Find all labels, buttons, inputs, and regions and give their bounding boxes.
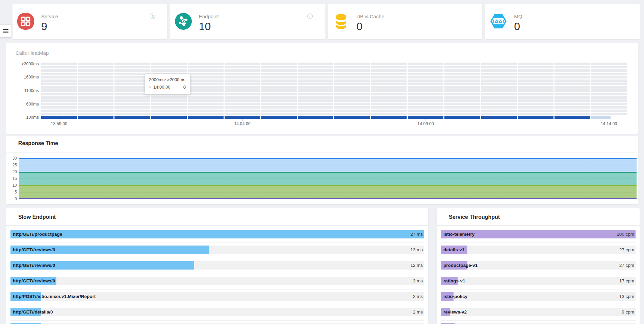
heatmap-cell[interactable] xyxy=(518,113,553,116)
heatmap-cell[interactable] xyxy=(591,103,627,106)
heatmap-cell[interactable] xyxy=(555,76,590,79)
heatmap-cell[interactable] xyxy=(78,66,114,69)
heatmap-cell[interactable] xyxy=(41,83,77,85)
heatmap-grid[interactable] xyxy=(41,63,629,119)
heatmap-cell[interactable] xyxy=(444,106,480,109)
heatmap-cell[interactable] xyxy=(78,116,114,119)
heatmap-cell[interactable] xyxy=(481,99,517,102)
heatmap-cell[interactable] xyxy=(225,96,260,99)
heatmap-cell[interactable] xyxy=(334,110,370,112)
heatmap-cell[interactable] xyxy=(408,79,444,82)
heatmap-cell[interactable] xyxy=(555,69,590,72)
heatmap-cell[interactable] xyxy=(518,116,553,119)
heatmap-cell[interactable] xyxy=(334,89,370,92)
heatmap-cell[interactable] xyxy=(188,69,224,72)
heatmap-cell[interactable] xyxy=(225,69,260,72)
heatmap-cell[interactable] xyxy=(555,86,590,89)
heatmap-cell[interactable] xyxy=(114,106,150,109)
heatmap-cell[interactable] xyxy=(298,83,334,85)
heatmap-cell[interactable] xyxy=(188,76,224,79)
heatmap-cell[interactable] xyxy=(518,83,553,85)
heatmap-cell[interactable] xyxy=(481,113,517,116)
throughput-row[interactable]: istio-telemetry200 cpm xyxy=(441,230,636,246)
heatmap-cell[interactable] xyxy=(371,116,407,119)
heatmap-cell[interactable] xyxy=(518,103,553,106)
heatmap-cell[interactable] xyxy=(225,103,260,106)
heatmap-cell[interactable] xyxy=(41,63,77,65)
heatmap-cell[interactable] xyxy=(408,76,444,79)
heatmap-cell[interactable] xyxy=(334,66,370,69)
heatmap-cell[interactable] xyxy=(114,103,150,106)
heatmap-cell[interactable] xyxy=(261,66,297,69)
heatmap-cell[interactable] xyxy=(188,73,224,75)
heatmap-cell[interactable] xyxy=(334,99,370,102)
heatmap-cell[interactable] xyxy=(114,63,150,65)
heatmap-cell[interactable] xyxy=(261,96,297,99)
heatmap-cell[interactable] xyxy=(591,113,627,116)
heatmap-cell[interactable] xyxy=(261,89,297,92)
heatmap-cell[interactable] xyxy=(518,76,553,79)
heatmap-cell[interactable] xyxy=(371,63,407,65)
heatmap-cell[interactable] xyxy=(225,86,260,89)
heatmap-cell[interactable] xyxy=(114,99,150,102)
heatmap-cell[interactable] xyxy=(41,73,77,75)
heatmap-cell[interactable] xyxy=(555,79,590,82)
heatmap-cell[interactable] xyxy=(78,110,114,112)
heatmap-cell[interactable] xyxy=(114,110,150,112)
heatmap-cell[interactable] xyxy=(261,116,297,119)
heatmap-cell[interactable] xyxy=(518,63,553,65)
heatmap-cell[interactable] xyxy=(555,73,590,75)
heatmap-cell[interactable] xyxy=(334,83,370,85)
heatmap-cell[interactable] xyxy=(334,63,370,65)
heatmap-cell[interactable] xyxy=(225,83,260,85)
info-icon[interactable]: i xyxy=(150,14,155,19)
heatmap-cell[interactable] xyxy=(444,113,480,116)
heatmap-cell[interactable] xyxy=(334,76,370,79)
heatmap-cell[interactable] xyxy=(225,116,260,119)
heatmap-cell[interactable] xyxy=(444,116,480,119)
heatmap-cell[interactable] xyxy=(78,73,114,75)
heatmap-cell[interactable] xyxy=(225,110,260,112)
heatmap-cell[interactable] xyxy=(408,69,444,72)
heatmap-cell[interactable] xyxy=(591,73,627,75)
heatmap-cell[interactable] xyxy=(298,93,334,95)
heatmap-cell[interactable] xyxy=(188,113,224,116)
heatmap-cell[interactable] xyxy=(188,63,224,65)
heatmap-cell[interactable] xyxy=(371,79,407,82)
heatmap-cell[interactable] xyxy=(591,66,627,69)
heatmap-cell[interactable] xyxy=(114,66,150,69)
heatmap-cell[interactable] xyxy=(298,103,334,106)
heatmap-cell[interactable] xyxy=(151,96,187,99)
heatmap-cell[interactable] xyxy=(261,83,297,85)
heatmap-cell[interactable] xyxy=(371,73,407,75)
heatmap-cell[interactable] xyxy=(188,83,224,85)
heatmap-cell[interactable] xyxy=(444,110,480,112)
heatmap-cell[interactable] xyxy=(555,96,590,99)
heatmap-cell[interactable] xyxy=(444,69,480,72)
heatmap-cell[interactable] xyxy=(225,63,260,65)
heatmap-cell[interactable] xyxy=(188,116,224,119)
heatmap-cell[interactable] xyxy=(481,86,517,89)
heatmap-cell[interactable] xyxy=(518,69,553,72)
heatmap-cell[interactable] xyxy=(555,103,590,106)
heatmap-cell[interactable] xyxy=(444,86,480,89)
heatmap-cell[interactable] xyxy=(555,116,590,119)
heatmap-cell[interactable] xyxy=(261,76,297,79)
heatmap-cell[interactable] xyxy=(298,73,334,75)
heatmap-cell[interactable] xyxy=(481,79,517,82)
heatmap-cell[interactable] xyxy=(114,69,150,72)
heatmap-cell[interactable] xyxy=(555,83,590,85)
heatmap-cell[interactable] xyxy=(591,76,627,79)
heatmap-cell[interactable] xyxy=(518,110,553,112)
heatmap-cell[interactable] xyxy=(78,79,114,82)
heatmap-cell[interactable] xyxy=(188,96,224,99)
heatmap-cell[interactable] xyxy=(298,96,334,99)
heatmap-cell[interactable] xyxy=(78,96,114,99)
heatmap-cell[interactable] xyxy=(298,63,334,65)
heatmap-cell[interactable] xyxy=(371,83,407,85)
heatmap-cell[interactable] xyxy=(591,106,627,109)
menu-toggle-button[interactable] xyxy=(0,25,11,37)
heatmap-cell[interactable] xyxy=(444,76,480,79)
heatmap-cell[interactable] xyxy=(41,76,77,79)
heatmap-cell[interactable] xyxy=(555,113,590,116)
